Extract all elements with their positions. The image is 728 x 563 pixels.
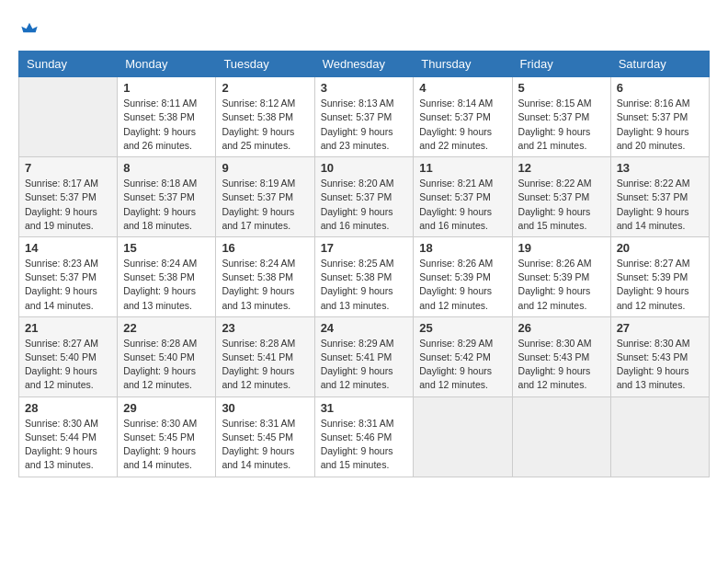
day-number: 12 xyxy=(518,161,605,175)
day-number: 23 xyxy=(222,321,308,335)
calendar-cell: 13Sunrise: 8:22 AM Sunset: 5:37 PM Dayli… xyxy=(610,157,709,237)
calendar-cell: 3Sunrise: 8:13 AM Sunset: 5:37 PM Daylig… xyxy=(314,77,414,157)
day-number: 14 xyxy=(25,241,111,255)
calendar-cell: 19Sunrise: 8:26 AM Sunset: 5:39 PM Dayli… xyxy=(512,236,610,316)
calendar-cell: 26Sunrise: 8:30 AM Sunset: 5:43 PM Dayli… xyxy=(512,316,610,396)
day-info: Sunrise: 8:31 AM Sunset: 5:45 PM Dayligh… xyxy=(222,417,308,473)
day-info: Sunrise: 8:28 AM Sunset: 5:41 PM Dayligh… xyxy=(222,337,308,393)
day-of-week-header: Tuesday xyxy=(216,52,314,77)
calendar-cell: 9Sunrise: 8:19 AM Sunset: 5:37 PM Daylig… xyxy=(216,157,314,237)
day-number: 19 xyxy=(518,241,605,255)
calendar-cell: 1Sunrise: 8:11 AM Sunset: 5:38 PM Daylig… xyxy=(118,77,216,157)
day-number: 28 xyxy=(25,401,111,415)
day-of-week-header: Sunday xyxy=(19,52,118,77)
calendar-cell: 4Sunrise: 8:14 AM Sunset: 5:37 PM Daylig… xyxy=(414,77,512,157)
calendar-cell: 11Sunrise: 8:21 AM Sunset: 5:37 PM Dayli… xyxy=(414,157,512,237)
day-number: 7 xyxy=(25,161,111,175)
calendar-table: SundayMondayTuesdayWednesdayThursdayFrid… xyxy=(18,51,710,477)
calendar-week-row: 1Sunrise: 8:11 AM Sunset: 5:38 PM Daylig… xyxy=(19,77,710,157)
logo-icon xyxy=(20,18,39,37)
day-number: 10 xyxy=(321,161,408,175)
calendar-cell xyxy=(610,396,709,477)
day-number: 4 xyxy=(419,81,506,95)
day-info: Sunrise: 8:30 AM Sunset: 5:44 PM Dayligh… xyxy=(25,417,111,473)
day-number: 9 xyxy=(222,161,308,175)
day-info: Sunrise: 8:15 AM Sunset: 5:37 PM Dayligh… xyxy=(518,97,605,153)
logo-text xyxy=(18,18,39,41)
calendar-cell: 17Sunrise: 8:25 AM Sunset: 5:38 PM Dayli… xyxy=(314,236,414,316)
calendar-cell: 23Sunrise: 8:28 AM Sunset: 5:41 PM Dayli… xyxy=(216,316,314,396)
day-number: 15 xyxy=(123,241,210,255)
day-number: 22 xyxy=(123,321,210,335)
day-info: Sunrise: 8:25 AM Sunset: 5:38 PM Dayligh… xyxy=(321,257,408,313)
calendar-cell: 10Sunrise: 8:20 AM Sunset: 5:37 PM Dayli… xyxy=(314,157,414,237)
calendar-cell xyxy=(19,77,118,157)
day-info: Sunrise: 8:26 AM Sunset: 5:39 PM Dayligh… xyxy=(518,257,605,313)
day-number: 13 xyxy=(617,161,703,175)
calendar-cell: 18Sunrise: 8:26 AM Sunset: 5:39 PM Dayli… xyxy=(414,236,512,316)
calendar-cell: 30Sunrise: 8:31 AM Sunset: 5:45 PM Dayli… xyxy=(216,396,314,477)
day-info: Sunrise: 8:30 AM Sunset: 5:45 PM Dayligh… xyxy=(123,417,210,473)
day-number: 2 xyxy=(222,81,308,95)
day-number: 3 xyxy=(321,81,408,95)
day-of-week-header: Monday xyxy=(118,52,216,77)
day-info: Sunrise: 8:23 AM Sunset: 5:37 PM Dayligh… xyxy=(25,257,111,313)
day-info: Sunrise: 8:29 AM Sunset: 5:41 PM Dayligh… xyxy=(321,337,408,393)
day-info: Sunrise: 8:11 AM Sunset: 5:38 PM Dayligh… xyxy=(123,97,210,153)
day-info: Sunrise: 8:30 AM Sunset: 5:43 PM Dayligh… xyxy=(617,337,703,393)
day-info: Sunrise: 8:17 AM Sunset: 5:37 PM Dayligh… xyxy=(25,177,111,233)
calendar-cell xyxy=(512,396,610,477)
day-of-week-header: Saturday xyxy=(610,52,709,77)
day-number: 29 xyxy=(123,401,210,415)
calendar-cell: 21Sunrise: 8:27 AM Sunset: 5:40 PM Dayli… xyxy=(19,316,118,396)
calendar-cell: 22Sunrise: 8:28 AM Sunset: 5:40 PM Dayli… xyxy=(118,316,216,396)
day-info: Sunrise: 8:29 AM Sunset: 5:42 PM Dayligh… xyxy=(419,337,506,393)
day-info: Sunrise: 8:19 AM Sunset: 5:37 PM Dayligh… xyxy=(222,177,308,233)
calendar-cell: 8Sunrise: 8:18 AM Sunset: 5:37 PM Daylig… xyxy=(118,157,216,237)
calendar-cell: 29Sunrise: 8:30 AM Sunset: 5:45 PM Dayli… xyxy=(118,396,216,477)
calendar-cell: 14Sunrise: 8:23 AM Sunset: 5:37 PM Dayli… xyxy=(19,236,118,316)
calendar-cell: 5Sunrise: 8:15 AM Sunset: 5:37 PM Daylig… xyxy=(512,77,610,157)
day-number: 6 xyxy=(617,81,703,95)
calendar-week-row: 28Sunrise: 8:30 AM Sunset: 5:44 PM Dayli… xyxy=(19,396,710,477)
day-of-week-header: Wednesday xyxy=(314,52,414,77)
calendar-week-row: 14Sunrise: 8:23 AM Sunset: 5:37 PM Dayli… xyxy=(19,236,710,316)
calendar-cell: 31Sunrise: 8:31 AM Sunset: 5:46 PM Dayli… xyxy=(314,396,414,477)
calendar-cell: 7Sunrise: 8:17 AM Sunset: 5:37 PM Daylig… xyxy=(19,157,118,237)
day-of-week-header: Friday xyxy=(512,52,610,77)
day-info: Sunrise: 8:31 AM Sunset: 5:46 PM Dayligh… xyxy=(321,417,408,473)
day-number: 30 xyxy=(222,401,308,415)
calendar-cell: 6Sunrise: 8:16 AM Sunset: 5:37 PM Daylig… xyxy=(610,77,709,157)
day-info: Sunrise: 8:20 AM Sunset: 5:37 PM Dayligh… xyxy=(321,177,408,233)
day-number: 27 xyxy=(617,321,703,335)
day-number: 5 xyxy=(518,81,605,95)
calendar-cell: 27Sunrise: 8:30 AM Sunset: 5:43 PM Dayli… xyxy=(610,316,709,396)
calendar-cell: 20Sunrise: 8:27 AM Sunset: 5:39 PM Dayli… xyxy=(610,236,709,316)
calendar-week-row: 7Sunrise: 8:17 AM Sunset: 5:37 PM Daylig… xyxy=(19,157,710,237)
day-info: Sunrise: 8:12 AM Sunset: 5:38 PM Dayligh… xyxy=(222,97,308,153)
day-info: Sunrise: 8:27 AM Sunset: 5:39 PM Dayligh… xyxy=(617,257,703,313)
calendar-cell: 2Sunrise: 8:12 AM Sunset: 5:38 PM Daylig… xyxy=(216,77,314,157)
calendar-header-row: SundayMondayTuesdayWednesdayThursdayFrid… xyxy=(19,52,710,77)
calendar-cell: 25Sunrise: 8:29 AM Sunset: 5:42 PM Dayli… xyxy=(414,316,512,396)
day-number: 1 xyxy=(123,81,210,95)
calendar-cell xyxy=(414,396,512,477)
day-number: 18 xyxy=(419,241,506,255)
calendar-cell: 24Sunrise: 8:29 AM Sunset: 5:41 PM Dayli… xyxy=(314,316,414,396)
day-info: Sunrise: 8:30 AM Sunset: 5:43 PM Dayligh… xyxy=(518,337,605,393)
day-info: Sunrise: 8:14 AM Sunset: 5:37 PM Dayligh… xyxy=(419,97,506,153)
calendar-cell: 28Sunrise: 8:30 AM Sunset: 5:44 PM Dayli… xyxy=(19,396,118,477)
day-number: 31 xyxy=(321,401,408,415)
day-info: Sunrise: 8:27 AM Sunset: 5:40 PM Dayligh… xyxy=(25,337,111,393)
day-info: Sunrise: 8:22 AM Sunset: 5:37 PM Dayligh… xyxy=(617,177,703,233)
calendar-week-row: 21Sunrise: 8:27 AM Sunset: 5:40 PM Dayli… xyxy=(19,316,710,396)
day-number: 25 xyxy=(419,321,506,335)
day-number: 26 xyxy=(518,321,605,335)
day-info: Sunrise: 8:22 AM Sunset: 5:37 PM Dayligh… xyxy=(518,177,605,233)
day-number: 17 xyxy=(321,241,408,255)
day-of-week-header: Thursday xyxy=(414,52,512,77)
calendar-cell: 16Sunrise: 8:24 AM Sunset: 5:38 PM Dayli… xyxy=(216,236,314,316)
day-info: Sunrise: 8:24 AM Sunset: 5:38 PM Dayligh… xyxy=(222,257,308,313)
day-info: Sunrise: 8:21 AM Sunset: 5:37 PM Dayligh… xyxy=(419,177,506,233)
calendar-cell: 15Sunrise: 8:24 AM Sunset: 5:38 PM Dayli… xyxy=(118,236,216,316)
